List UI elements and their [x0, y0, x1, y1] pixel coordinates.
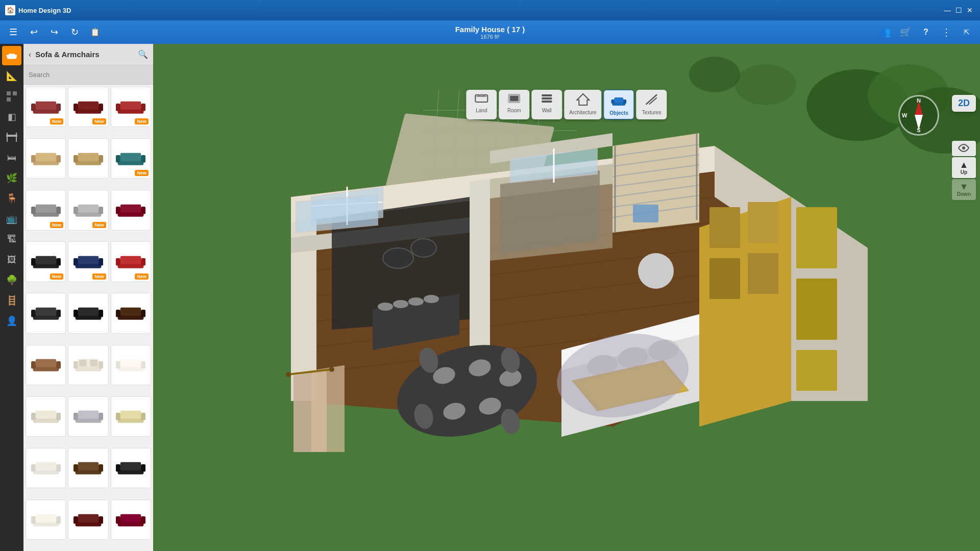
nav-bed[interactable]: 🛏 [2, 148, 21, 167]
view-mode-2d-button[interactable]: 2D [952, 95, 976, 112]
shop-button[interactable]: 🛒 [896, 23, 915, 41]
compass: N S W [898, 95, 939, 136]
nav-stair[interactable]: 🪜 [2, 291, 21, 310]
land-label: Land [476, 108, 487, 113]
svg-rect-101 [99, 465, 103, 472]
list-item[interactable] [111, 396, 151, 437]
fullscreen-button[interactable]: ⇱ [958, 23, 976, 41]
svg-point-211 [329, 367, 334, 372]
svg-rect-28 [78, 153, 99, 161]
nav-decor[interactable]: 🖼 [2, 250, 21, 269]
svg-rect-88 [74, 413, 78, 420]
list-item[interactable] [68, 499, 108, 540]
svg-rect-42 [116, 207, 120, 214]
svg-rect-97 [56, 465, 61, 472]
up-button[interactable]: ▲ Up [952, 157, 976, 178]
tool-architecture[interactable]: Architecture [564, 90, 601, 119]
menu-button[interactable]: ☰ [4, 23, 22, 41]
list-item[interactable]: New [68, 190, 108, 230]
nav-tv[interactable]: 📺 [2, 209, 21, 229]
list-item[interactable] [26, 396, 66, 437]
tool-objects[interactable]: Objects [604, 90, 634, 119]
redo-button[interactable]: ↪ [45, 23, 63, 41]
svg-rect-62 [74, 310, 78, 317]
maximize-button[interactable]: ☐ [953, 5, 964, 15]
list-item[interactable]: New [26, 87, 66, 127]
list-item[interactable] [68, 448, 108, 488]
refresh-icon[interactable]: 🔍 [138, 49, 148, 59]
people-button[interactable]: 👥 [876, 23, 894, 41]
svg-rect-12 [35, 101, 56, 109]
tool-textures[interactable]: Textures [636, 90, 667, 119]
list-item[interactable]: New [68, 87, 108, 127]
close-button[interactable]: ✕ [965, 5, 975, 15]
nav-measure[interactable]: 📐 [2, 66, 21, 86]
more-options-button[interactable]: ⋮ [937, 23, 955, 41]
minimize-button[interactable]: — [942, 5, 952, 15]
nav-plant[interactable]: 🌿 [2, 168, 21, 188]
list-item[interactable] [26, 138, 66, 179]
nav-person[interactable]: 👤 [2, 311, 21, 331]
list-item[interactable] [68, 396, 108, 437]
list-item[interactable] [68, 138, 108, 179]
tool-room[interactable]: Room [499, 90, 529, 119]
nav-grid[interactable] [2, 87, 21, 106]
objects-label: Objects [609, 110, 628, 116]
svg-rect-18 [116, 104, 120, 111]
list-item[interactable] [26, 345, 66, 385]
clipboard-button[interactable]: 📋 [86, 23, 104, 41]
nav-layers[interactable]: ◧ [2, 107, 21, 127]
svg-rect-70 [31, 361, 36, 368]
list-item[interactable] [111, 499, 151, 540]
list-item[interactable]: New [68, 241, 108, 282]
toolbar: ☰ ↩ ↪ ↻ 📋 [0, 20, 980, 44]
tool-land[interactable]: Land [466, 90, 497, 119]
room-label: Room [507, 108, 521, 113]
list-item[interactable]: New [26, 241, 66, 282]
textures-icon [645, 93, 659, 108]
compass-needle-north [915, 101, 923, 116]
back-button[interactable]: ‹ [29, 50, 31, 59]
tool-wall[interactable]: Wall [531, 90, 562, 119]
list-item[interactable] [68, 293, 108, 333]
list-item[interactable] [111, 448, 151, 488]
list-item[interactable]: New [111, 241, 151, 282]
nav-outdoor[interactable]: 🌳 [2, 270, 21, 290]
svg-rect-31 [141, 155, 146, 163]
svg-rect-8 [16, 137, 17, 142]
nav-table[interactable] [2, 128, 21, 147]
view-tools-bar: Land Room Wall Architecture Objects [466, 90, 667, 119]
list-item[interactable] [111, 345, 151, 385]
list-item[interactable] [26, 448, 66, 488]
nav-sofa[interactable] [2, 46, 21, 65]
svg-rect-48 [35, 256, 56, 264]
list-item[interactable] [26, 499, 66, 540]
svg-rect-218 [542, 101, 552, 103]
wall-label: Wall [542, 108, 552, 113]
svg-rect-105 [141, 465, 146, 472]
svg-rect-221 [611, 99, 615, 104]
new-badge: New [50, 273, 64, 280]
list-item[interactable]: New [111, 87, 151, 127]
svg-rect-93 [141, 413, 146, 420]
search-bar [23, 65, 153, 85]
svg-rect-112 [74, 516, 78, 523]
svg-marker-219 [577, 94, 589, 105]
down-button[interactable]: ▼ Down [952, 179, 976, 200]
search-input[interactable] [29, 71, 148, 79]
svg-point-124 [689, 57, 740, 92]
eye-button[interactable] [952, 141, 976, 156]
nav-structure[interactable]: 🏗 [2, 230, 21, 249]
scene-svg [153, 44, 980, 551]
nav-chair[interactable]: 🪑 [2, 189, 21, 208]
list-item[interactable]: New [26, 190, 66, 230]
list-item[interactable] [68, 345, 108, 385]
list-item[interactable] [111, 190, 151, 230]
help-button[interactable]: ? [917, 23, 935, 41]
list-item[interactable] [111, 293, 151, 333]
list-item[interactable]: New [111, 138, 151, 179]
list-item[interactable] [26, 293, 66, 333]
svg-rect-75 [99, 361, 103, 368]
undo-button[interactable]: ↩ [24, 23, 43, 41]
history-button[interactable]: ↻ [65, 23, 84, 41]
